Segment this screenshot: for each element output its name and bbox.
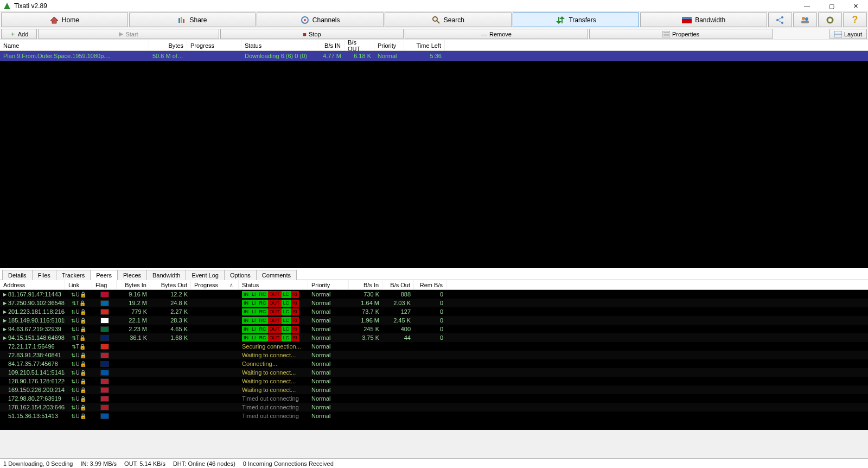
- peer-row[interactable]: ▶72.21.17.1:56496⇅T🔒Securing connection.…: [0, 342, 868, 351]
- peer-remb: 0: [414, 300, 446, 306]
- col-name[interactable]: Name: [0, 40, 149, 50]
- pcol-address[interactable]: Address: [0, 280, 65, 289]
- stop-button[interactable]: ■ Stop: [220, 29, 404, 39]
- peer-row[interactable]: ▶109.210.51.141:51414⇅U🔒Waiting to conne…: [0, 368, 868, 377]
- peer-row[interactable]: ▶94.15.151.148:64698⇅T🔒36.1 K1.68 KINLIR…: [0, 333, 868, 342]
- pcol-remb[interactable]: Rem B/s: [414, 280, 446, 289]
- nav-bandwidth-button[interactable]: Bandwidth: [640, 12, 767, 27]
- tab-bandwidth[interactable]: Bandwidth: [146, 270, 186, 280]
- lock-icon: 🔒: [80, 396, 86, 402]
- nav-transfers-button[interactable]: Transfers: [513, 12, 640, 27]
- col-progress[interactable]: Progress: [187, 40, 241, 50]
- tab-files[interactable]: Files: [32, 270, 56, 280]
- status-counts: 1 Downloading, 0 Seeding: [3, 460, 73, 467]
- window-maximize-button[interactable]: ▢: [819, 0, 844, 12]
- peer-bsin: 3.75 K: [349, 334, 382, 341]
- peer-flag: [92, 413, 117, 419]
- peer-bytesout: 24.8 K: [150, 300, 191, 306]
- tab-pieces[interactable]: Pieces: [117, 270, 147, 280]
- peers-list[interactable]: ▶81.167.91.47:11443⇅U🔒9.16 M12.2 KINLIRC…: [0, 290, 868, 430]
- peer-priority: Normal: [308, 308, 349, 315]
- minus-icon: —: [481, 31, 487, 37]
- peer-row[interactable]: ▶72.83.91.238:40841⇅U🔒Waiting to connect…: [0, 351, 868, 359]
- properties-button[interactable]: Properties: [589, 29, 773, 39]
- nav-channels-button[interactable]: Channels: [257, 12, 384, 27]
- link-icons: ⇅U🔒: [71, 369, 86, 376]
- protocol-icon: U: [75, 396, 79, 402]
- svg-rect-9: [682, 17, 692, 19]
- pcol-link[interactable]: Link: [65, 280, 92, 289]
- connection-icon: ⇅: [72, 344, 76, 350]
- col-bsin[interactable]: B/s IN: [317, 40, 344, 50]
- peer-bytesin: 9.16 M: [117, 291, 150, 298]
- peer-row[interactable]: ▶128.90.176.128:61226⇅U🔒Waiting to conne…: [0, 377, 868, 385]
- peer-row[interactable]: ▶178.162.154.203:64688⇅U🔒Timed out conne…: [0, 403, 868, 412]
- pcol-status[interactable]: Status: [239, 280, 308, 289]
- tab-eventlog[interactable]: Event Log: [186, 270, 225, 280]
- layout-button[interactable]: Layout: [829, 29, 867, 39]
- peer-address: ▶109.210.51.141:51414: [0, 369, 65, 376]
- peer-flag: [92, 335, 117, 341]
- tab-options[interactable]: Options: [224, 270, 257, 280]
- help-icon: ?: [852, 14, 858, 26]
- tab-details[interactable]: Details: [2, 270, 33, 280]
- nav-home-label: Home: [62, 16, 79, 24]
- peer-row[interactable]: ▶201.223.181.118:21648⇅U🔒779 K2.27 KINLI…: [0, 307, 868, 316]
- window-minimize-button[interactable]: —: [795, 0, 819, 12]
- col-bytes[interactable]: Bytes: [149, 40, 187, 50]
- col-timeleft[interactable]: Time Left: [404, 40, 445, 50]
- pcol-bytesout[interactable]: Bytes Out: [150, 280, 191, 289]
- nav-users-button[interactable]: [793, 12, 817, 27]
- start-button[interactable]: ▶ Start: [38, 29, 219, 39]
- peer-row[interactable]: ▶94.63.67.219:32939⇅U🔒2.23 M4.65 KINLIRC…: [0, 325, 868, 333]
- nav-settings-share-button[interactable]: [768, 12, 792, 27]
- peer-row[interactable]: ▶37.250.90.102:36548⇅T🔒19.2 M24.8 KINLIR…: [0, 299, 868, 307]
- peer-link: ⇅U🔒: [65, 308, 92, 315]
- peer-remb: 0: [414, 317, 446, 324]
- col-priority[interactable]: Priority: [374, 40, 404, 50]
- peer-link: ⇅U🔒: [65, 317, 92, 324]
- pcol-progress[interactable]: Progress∧: [191, 280, 239, 289]
- tab-comments[interactable]: Comments: [256, 270, 297, 280]
- tab-trackers[interactable]: Trackers: [56, 270, 91, 280]
- nav-home-button[interactable]: Home: [1, 12, 128, 27]
- properties-icon: [662, 31, 670, 37]
- nav-share-button[interactable]: Share: [129, 12, 256, 27]
- link-icons: ⇅T🔒: [72, 343, 86, 350]
- col-bsout[interactable]: B/s OUT: [344, 40, 374, 50]
- peer-address: ▶72.83.91.238:40841: [0, 352, 65, 358]
- peer-row[interactable]: ▶172.98.80.27:63919⇅U🔒Timed out connecti…: [0, 394, 868, 403]
- flag-icon: [100, 344, 109, 350]
- peer-flag: [92, 352, 117, 358]
- share-nodes-icon: [775, 16, 785, 24]
- peer-row[interactable]: ▶185.149.90.116:51015⇅U🔒22.1 M28.3 KINLI…: [0, 316, 868, 325]
- lock-icon: 🔒: [80, 318, 86, 324]
- tab-peers[interactable]: Peers: [90, 270, 118, 280]
- bandwidth-icon: [682, 17, 692, 23]
- window-close-button[interactable]: ✕: [844, 0, 868, 12]
- pcol-flag[interactable]: Flag: [92, 280, 117, 289]
- transfers-list[interactable]: Plan.9.From.Outer.Space.1959.1080p....50…: [0, 51, 868, 268]
- peer-status: Waiting to connect...: [239, 378, 308, 384]
- peer-row[interactable]: ▶81.167.91.47:11443⇅U🔒9.16 M12.2 KINLIRC…: [0, 290, 868, 299]
- remove-button[interactable]: — Remove: [405, 29, 588, 39]
- start-label: Start: [125, 31, 138, 37]
- stop-icon: ■: [303, 31, 307, 37]
- detail-tabs: Details Files Trackers Peers Pieces Band…: [0, 268, 868, 280]
- pcol-bsin[interactable]: B/s In: [349, 280, 382, 289]
- transfer-row[interactable]: Plan.9.From.Outer.Space.1959.1080p....50…: [0, 51, 868, 61]
- pcol-bsout[interactable]: B/s Out: [382, 280, 414, 289]
- peer-row[interactable]: ▶51.15.36.13:51413⇅U🔒Timed out connectin…: [0, 412, 868, 420]
- nav-search-button[interactable]: Search: [385, 12, 512, 27]
- col-status[interactable]: Status: [241, 40, 317, 50]
- pcol-priority[interactable]: Priority: [308, 280, 349, 289]
- peer-status: Connecting...: [239, 361, 308, 367]
- peer-row[interactable]: ▶169.150.226.200:21436⇅U🔒Waiting to conn…: [0, 385, 868, 394]
- pcol-bytesin[interactable]: Bytes In: [117, 280, 150, 289]
- peer-row[interactable]: ▶84.17.35.77:45678⇅U🔒Connecting...Normal: [0, 359, 868, 368]
- add-button[interactable]: ＋ Add: [1, 29, 37, 39]
- peer-priority: Normal: [308, 404, 349, 410]
- transfers-header: Name Bytes Progress Status B/s IN B/s OU…: [0, 40, 868, 51]
- nav-settings-button[interactable]: [818, 12, 842, 27]
- nav-help-button[interactable]: ?: [843, 12, 867, 27]
